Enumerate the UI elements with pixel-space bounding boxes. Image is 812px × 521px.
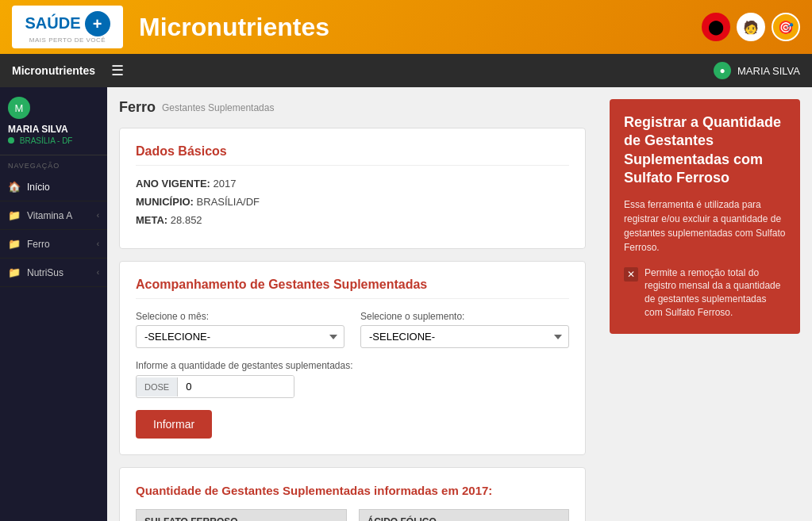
logo-box: SAÚDE + MAIS PERTO DE VOCÊ [12,6,123,48]
header-icon-red: ⬤ [702,13,730,41]
sidebar-user-avatar: M [8,97,30,119]
sidebar-user-location: BRASÍLIA - DF [8,136,99,145]
acompanhamento-title: Acompanhamento de Gestantes Suplementada… [136,278,569,299]
form-group-suplemento: Selecione o suplemento: -SELECIONE- [360,311,569,348]
sidebar-item-vitamina-a[interactable]: 📁 Vitamina A ‹ [0,201,107,230]
logo-saude-text: SAÚDE [25,14,80,33]
sidebar-item-nutrisus[interactable]: 📁 NutriSus ‹ [0,259,107,287]
status-dot [8,137,14,144]
hamburger-icon[interactable]: ☰ [111,62,124,79]
mes-select[interactable]: -SELECIONE- [136,325,344,348]
quantity-label: Informe a quantidade de gestantes suplem… [136,360,569,371]
breadcrumb-sub: Gestantes Suplementadas [162,102,274,113]
header-title: Micronutrientes [139,13,702,42]
sidebar-item-inicio[interactable]: 🏠 Início [0,173,107,201]
sidebar-item-inicio-label: Início [27,182,50,193]
folder-icon-ferro: 📁 [8,238,21,250]
breadcrumb-main: Ferro [119,99,156,116]
sidebar-item-ferro[interactable]: 📁 Ferro ‹ [0,230,107,259]
info-card-title: Registrar a Quantidade de Gestantes Supl… [624,113,786,188]
nav-title: Micronutrientes [12,64,95,77]
sidebar-item-nutrisus-label: NutriSus [27,267,63,278]
municipio-value: BRASÍLIA/DF [197,196,260,208]
dose-input-group: DOSE [136,375,294,398]
municipio-label: MUNICÍPIO: [136,196,194,208]
meta-value: 28.852 [171,214,202,226]
nav-bar: Micronutrientes ☰ ● MARIA SILVA [0,54,812,87]
info-card: Registrar a Quantidade de Gestantes Supl… [610,99,800,334]
sidebar-user: M MARIA SILVA BRASÍLIA - DF [0,87,107,155]
notice-x-icon: ✕ [624,267,638,282]
dose-input[interactable] [178,376,294,397]
chevron-icon-vitamina: ‹ [97,211,99,220]
sulfato-ferroso-header: SULFATO FERROSO [136,509,347,521]
basic-data-content: ANO VIGENTE: 2017 MUNICÍPIO: BRASÍLIA/DF… [136,178,569,226]
main-layout: M MARIA SILVA BRASÍLIA - DF NAVEGAÇÃO 🏠 … [0,87,812,521]
home-icon: 🏠 [8,181,21,193]
ano-value: 2017 [214,178,237,190]
sidebar-item-vitamina-label: Vitamina A [27,210,72,221]
header-icons: ⬤ 🧑 🎯 [702,13,800,41]
header-icon-target: 🎯 [772,13,800,41]
logo-subtitle: MAIS PERTO DE VOCÊ [29,36,106,44]
folder-icon-vitamina: 📁 [8,209,21,221]
folder-icon-nutrisus: 📁 [8,266,21,278]
nav-bar-right: ● MARIA SILVA [714,62,800,79]
sidebar: M MARIA SILVA BRASÍLIA - DF NAVEGAÇÃO 🏠 … [0,87,107,521]
notice-text: Permite a remoção total do registro mens… [645,266,786,320]
chevron-icon-ferro: ‹ [97,239,99,248]
quantity-section: Informe a quantidade de gestantes suplem… [136,360,569,398]
info-card-notice: ✕ Permite a remoção total do registro me… [624,266,786,320]
nav-user-name: MARIA SILVA [737,65,800,77]
quantidade-card: Quantidade de Gestantes Suplementadas in… [119,467,586,521]
suplemento-select[interactable]: -SELECIONE- [360,325,569,348]
chevron-icon-nutrisus: ‹ [97,268,99,277]
suplemento-label: Selecione o suplemento: [360,311,569,322]
acido-folico-header: ÁCIDO FÓLICO [359,509,570,521]
user-avatar-icon: ● [714,62,731,79]
dados-basicos-title: Dados Básicos [136,144,569,166]
dados-basicos-card: Dados Básicos ANO VIGENTE: 2017 MUNICÍPI… [119,128,586,249]
quantidade-title: Quantidade de Gestantes Suplementadas in… [136,484,569,497]
right-panel: Registrar a Quantidade de Gestantes Supl… [598,87,812,521]
nav-bar-left: Micronutrientes ☰ [12,62,124,79]
form-group-mes: Selecione o mês: -SELECIONE- [136,311,344,348]
content-area: Ferro Gestantes Suplementadas Dados Bási… [107,87,598,521]
mes-label: Selecione o mês: [136,311,344,322]
informar-button[interactable]: Informar [136,410,212,439]
sulfato-ferroso-table-wrapper: SULFATO FERROSO Mês Total Ação SEM REGIS… [136,509,347,521]
acompanhamento-card: Acompanhamento de Gestantes Suplementada… [119,261,586,455]
ano-label: ANO VIGENTE: [136,178,210,190]
breadcrumb: Ferro Gestantes Suplementadas [119,99,586,116]
tables-row: SULFATO FERROSO Mês Total Ação SEM REGIS… [136,509,569,521]
sidebar-item-ferro-label: Ferro [27,239,50,250]
meta-label: META: [136,214,167,226]
acido-folico-table-wrapper: ÁCIDO FÓLICO Mês Total Ação SEM REGISTRO… [359,509,570,521]
form-row-selects: Selecione o mês: -SELECIONE- Selecione o… [136,311,569,348]
dose-prefix: DOSE [137,377,178,396]
top-header: SAÚDE + MAIS PERTO DE VOCÊ Micronutrient… [0,0,812,54]
info-card-description: Essa ferramenta é utilizada para registr… [624,197,786,255]
logo-cross-icon: + [85,11,110,36]
sidebar-nav-label: NAVEGAÇÃO [0,155,107,173]
sidebar-user-name: MARIA SILVA [8,124,99,135]
header-icon-person: 🧑 [737,13,765,41]
